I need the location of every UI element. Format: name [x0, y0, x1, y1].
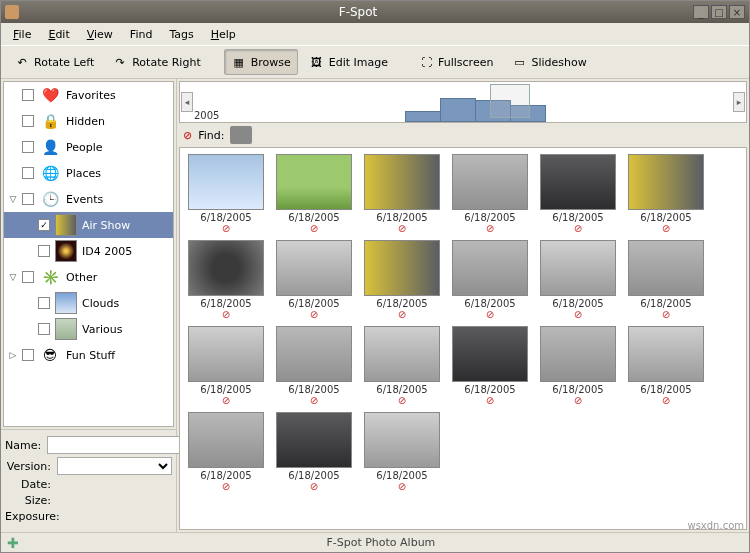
expander-icon[interactable]: ▽ [8, 272, 18, 282]
find-tag-icon[interactable] [230, 126, 252, 144]
thumbnail[interactable]: 6/18/2005⊘ [274, 154, 354, 234]
thumbnail-image[interactable] [276, 412, 352, 468]
thumbnail[interactable]: 6/18/2005⊘ [538, 154, 618, 234]
thumbnail[interactable]: 6/18/2005⊘ [274, 326, 354, 406]
tag-checkbox[interactable] [22, 141, 34, 153]
thumbnail-image[interactable] [276, 154, 352, 210]
tag-checkbox[interactable]: ✓ [38, 219, 50, 231]
edit-image-label: Edit Image [329, 56, 388, 69]
tag-checkbox[interactable] [22, 167, 34, 179]
tag-row-events[interactable]: ▽🕒Events [4, 186, 173, 212]
thumbnail-image[interactable] [364, 154, 440, 210]
expander-icon[interactable]: ▽ [8, 194, 18, 204]
timeline[interactable]: ◂ 2005 ▸ [179, 81, 747, 123]
tag-checkbox[interactable] [22, 193, 34, 205]
statusbar: ✚ F-Spot Photo Album [1, 532, 749, 552]
maximize-button[interactable]: □ [711, 5, 727, 19]
tag-checkbox[interactable] [22, 271, 34, 283]
slideshow-button[interactable]: ▭ Slideshow [504, 49, 593, 75]
thumbnail-image[interactable] [628, 154, 704, 210]
minimize-button[interactable]: _ [693, 5, 709, 19]
thumbnail-image[interactable] [540, 240, 616, 296]
add-button-icon[interactable]: ✚ [7, 535, 19, 551]
thumbnail[interactable]: 6/18/2005⊘ [186, 154, 266, 234]
thumbnail-image[interactable] [188, 240, 264, 296]
thumbnail[interactable]: 6/18/2005⊘ [274, 240, 354, 320]
thumbnail-image[interactable] [540, 326, 616, 382]
thumbnail[interactable]: 6/18/2005⊘ [362, 154, 442, 234]
thumbnail-image[interactable] [540, 154, 616, 210]
tag-row-id4-2005[interactable]: ID4 2005 [4, 238, 173, 264]
thumbnail[interactable]: 6/18/2005⊘ [626, 154, 706, 234]
thumbnail-image[interactable] [452, 240, 528, 296]
close-button[interactable]: × [729, 5, 745, 19]
tag-checkbox[interactable] [22, 115, 34, 127]
timeline-selection[interactable] [490, 84, 530, 118]
tag-checkbox[interactable] [38, 323, 50, 335]
edit-image-button[interactable]: 🖼 Edit Image [302, 49, 395, 75]
tag-checkbox[interactable] [22, 349, 34, 361]
thumbnail-image[interactable] [628, 326, 704, 382]
thumbnail-image[interactable] [364, 326, 440, 382]
tag-row-air-show[interactable]: ✓Air Show [4, 212, 173, 238]
thumbnail[interactable]: 6/18/2005⊘ [186, 240, 266, 320]
thumbnail-image[interactable] [188, 154, 264, 210]
thumbnail[interactable]: 6/18/2005⊘ [362, 240, 442, 320]
timeline-bar[interactable] [440, 98, 476, 122]
tag-checkbox[interactable] [22, 89, 34, 101]
tag-icon: 🔒 [38, 109, 62, 133]
thumbnail[interactable]: 6/18/2005⊘ [538, 326, 618, 406]
menu-find[interactable]: Find [122, 26, 161, 43]
timeline-next-button[interactable]: ▸ [733, 92, 745, 112]
thumbnail[interactable]: 6/18/2005⊘ [274, 412, 354, 492]
tag-row-hidden[interactable]: 🔒Hidden [4, 108, 173, 134]
thumbnail-badge-icon: ⊘ [310, 223, 318, 234]
menu-view[interactable]: View [79, 26, 121, 43]
thumbnail[interactable]: 6/18/2005⊘ [186, 412, 266, 492]
tag-row-various[interactable]: Various [4, 316, 173, 342]
thumbnail[interactable]: 6/18/2005⊘ [538, 240, 618, 320]
thumbnail[interactable]: 6/18/2005⊘ [626, 240, 706, 320]
thumbnail-image[interactable] [276, 240, 352, 296]
timeline-bar[interactable] [405, 111, 441, 122]
timeline-bars[interactable] [300, 96, 580, 122]
rotate-left-button[interactable]: ↶ Rotate Left [7, 49, 101, 75]
thumbnail-grid[interactable]: 6/18/2005⊘6/18/2005⊘6/18/2005⊘6/18/2005⊘… [179, 147, 747, 530]
thumbnail[interactable]: 6/18/2005⊘ [450, 154, 530, 234]
thumbnail[interactable]: 6/18/2005⊘ [450, 326, 530, 406]
fullscreen-button[interactable]: ⛶ Fullscreen [411, 49, 500, 75]
thumbnail[interactable]: 6/18/2005⊘ [626, 326, 706, 406]
tag-row-favorites[interactable]: ❤️Favorites [4, 82, 173, 108]
thumbnail[interactable]: 6/18/2005⊘ [362, 326, 442, 406]
thumbnail[interactable]: 6/18/2005⊘ [186, 326, 266, 406]
thumbnail-image[interactable] [628, 240, 704, 296]
thumbnail-image[interactable] [452, 154, 528, 210]
tag-row-clouds[interactable]: Clouds [4, 290, 173, 316]
rotate-right-button[interactable]: ↷ Rotate Right [105, 49, 207, 75]
thumbnail-image[interactable] [276, 326, 352, 382]
expander-icon[interactable]: ▷ [8, 350, 18, 360]
name-input[interactable] [47, 436, 194, 454]
menu-tags[interactable]: Tags [161, 26, 201, 43]
menu-help[interactable]: Help [203, 26, 244, 43]
tag-row-fun-stuff[interactable]: ▷😎Fun Stuff [4, 342, 173, 368]
thumbnail[interactable]: 6/18/2005⊘ [450, 240, 530, 320]
menu-file[interactable]: File [5, 26, 39, 43]
tag-checkbox[interactable] [38, 245, 50, 257]
browse-button[interactable]: ▦ Browse [224, 49, 298, 75]
thumbnail-image[interactable] [188, 326, 264, 382]
tag-row-people[interactable]: 👤People [4, 134, 173, 160]
thumbnail[interactable]: 6/18/2005⊘ [362, 412, 442, 492]
tag-checkbox[interactable] [38, 297, 50, 309]
tag-row-other[interactable]: ▽✳️Other [4, 264, 173, 290]
thumbnail-image[interactable] [364, 412, 440, 468]
timeline-prev-button[interactable]: ◂ [181, 92, 193, 112]
thumbnail-image[interactable] [188, 412, 264, 468]
tag-tree[interactable]: ❤️Favorites🔒Hidden👤People🌐Places▽🕒Events… [3, 81, 174, 427]
menu-edit[interactable]: Edit [40, 26, 77, 43]
tag-row-places[interactable]: 🌐Places [4, 160, 173, 186]
thumbnail-image[interactable] [364, 240, 440, 296]
clear-find-icon[interactable]: ⊘ [183, 129, 192, 142]
version-select[interactable] [57, 457, 172, 475]
thumbnail-image[interactable] [452, 326, 528, 382]
